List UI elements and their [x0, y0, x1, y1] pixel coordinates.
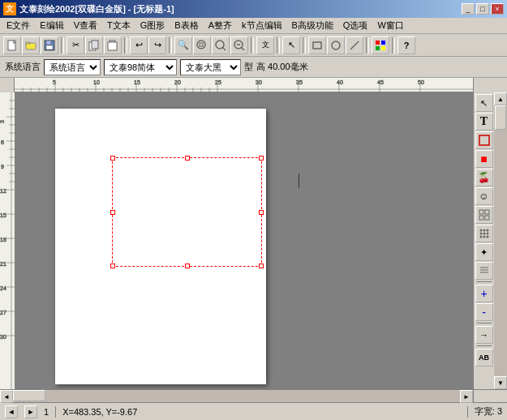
tb-open[interactable]: [22, 36, 40, 54]
tb-copy[interactable]: [85, 36, 103, 54]
svg-point-101: [479, 229, 482, 232]
svg-text:30: 30: [0, 334, 6, 340]
maximize-btn[interactable]: □: [476, 3, 489, 15]
status-bar: ◄ ► 1 X=483.35, Y=-9.67 字宽: 3: [0, 402, 507, 420]
tb-undo[interactable]: ↩: [130, 36, 148, 54]
scroll-right-btn[interactable]: ►: [460, 390, 473, 403]
menu-view[interactable]: V查看: [69, 19, 102, 32]
tb-text-input[interactable]: 文: [256, 36, 274, 54]
svg-rect-99: [479, 216, 483, 220]
toolbar-sep-7: [366, 37, 369, 54]
menu-shape[interactable]: G图形: [135, 19, 170, 32]
scroll-track-h[interactable]: [13, 390, 460, 402]
menu-edit[interactable]: E编辑: [35, 19, 68, 32]
scroll-down-btn[interactable]: ▼: [494, 376, 507, 389]
status-sep-2: [467, 406, 468, 418]
tb-help[interactable]: ?: [397, 36, 415, 54]
status-sep-1: [55, 406, 56, 418]
scroll-up-btn[interactable]: ▲: [494, 92, 507, 105]
char-width-label: 字宽: 3: [475, 405, 502, 418]
scroll-left-btn[interactable]: ◄: [0, 390, 13, 403]
rt-face[interactable]: ☺: [475, 187, 493, 205]
scroll-thumb-h[interactable]: [13, 390, 45, 401]
svg-text:10: 10: [93, 79, 100, 85]
handle-tl[interactable]: [110, 156, 115, 161]
handle-tr[interactable]: [259, 156, 264, 161]
handle-bc[interactable]: [185, 264, 190, 268]
tb-cut[interactable]: ✂: [67, 36, 84, 54]
tb-zoom-fit[interactable]: [193, 36, 211, 54]
menu-file[interactable]: E文件: [2, 19, 35, 32]
svg-rect-11: [200, 43, 203, 46]
rt-zoom-plus[interactable]: +: [475, 285, 493, 302]
tb-arrow[interactable]: ↖: [282, 36, 300, 54]
page-nav-right[interactable]: ►: [24, 405, 37, 418]
svg-point-108: [483, 236, 485, 238]
tb-color[interactable]: [372, 36, 389, 54]
menu-align[interactable]: A整齐: [204, 19, 237, 32]
handle-tc[interactable]: [185, 156, 190, 161]
toolbar-sep-2: [124, 37, 127, 54]
minimize-btn[interactable]: _: [462, 3, 475, 15]
svg-text:15: 15: [0, 212, 6, 218]
handle-bl[interactable]: [110, 264, 115, 268]
font-name-select[interactable]: 文泰98简体: [104, 59, 177, 75]
rt-grid[interactable]: [475, 206, 493, 224]
rt-wand[interactable]: ✦: [475, 243, 493, 261]
tb-zoom-in[interactable]: 🔍: [174, 36, 192, 54]
tb-redo[interactable]: ↪: [148, 36, 166, 54]
rt-cursor[interactable]: ↖: [475, 94, 493, 112]
svg-text:6: 6: [1, 139, 4, 145]
scroll-thumb-v[interactable]: [495, 105, 506, 130]
svg-point-105: [483, 233, 485, 235]
menu-table[interactable]: B表格: [170, 19, 203, 32]
rt-text[interactable]: T: [475, 113, 493, 131]
tb-paste[interactable]: [104, 36, 122, 54]
handle-br[interactable]: [259, 264, 264, 268]
page-nav-left[interactable]: ◄: [5, 405, 18, 418]
rt-zoom-minus[interactable]: -: [475, 303, 493, 321]
svg-rect-7: [92, 41, 98, 49]
menu-advanced[interactable]: B高级功能: [287, 19, 338, 32]
tb-zoom-out[interactable]: [230, 36, 248, 54]
tb-zoom-custom[interactable]: [212, 36, 230, 54]
font-style-select[interactable]: 文泰大黑: [180, 59, 241, 75]
window-title: 文泰刻绘2002[双碟白金版] - [无标题-1]: [19, 3, 174, 15]
tb-save[interactable]: [41, 36, 58, 54]
menu-window[interactable]: W窗口: [372, 19, 408, 32]
menu-text[interactable]: T文本: [102, 19, 135, 32]
scroll-track-v[interactable]: [494, 105, 507, 376]
rt-stop[interactable]: ■: [475, 150, 493, 168]
rt-ab-text[interactable]: AB: [475, 349, 493, 366]
tb-rect[interactable]: [308, 36, 326, 54]
canvas-area[interactable]: [15, 92, 473, 389]
rt-lines[interactable]: [475, 262, 493, 280]
language-select[interactable]: 系统语言: [44, 59, 101, 75]
toolbar-sep-6: [303, 37, 306, 54]
svg-text:50: 50: [418, 79, 424, 85]
svg-rect-98: [485, 210, 489, 214]
rt-dots[interactable]: [475, 225, 493, 242]
tb-circle[interactable]: [327, 36, 345, 54]
rt-arrow-right[interactable]: →: [475, 326, 493, 344]
toolbar-sep-8: [392, 37, 395, 54]
menu-options[interactable]: Q选项: [338, 19, 373, 32]
menu-node[interactable]: k节点编辑: [237, 19, 287, 32]
ruler-right-corner: [473, 78, 494, 92]
title-controls[interactable]: _ □ ×: [462, 3, 504, 15]
rt-select[interactable]: [475, 131, 493, 149]
rt-sep-2: [477, 323, 492, 324]
scrollbar-horizontal[interactable]: ◄ ►: [0, 389, 507, 402]
tb-new[interactable]: [3, 36, 21, 54]
svg-rect-96: [479, 135, 489, 145]
selection-rectangle[interactable]: [112, 157, 262, 267]
svg-point-102: [483, 229, 485, 232]
toolbar-sep-1: [61, 37, 64, 54]
font-bar: 系统语言 系统语言 文泰98简体 文泰大黑 型 高 40.00毫米: [0, 57, 507, 78]
close-btn[interactable]: ×: [491, 3, 504, 15]
scrollbar-vertical[interactable]: ▲ ▼: [494, 92, 507, 389]
handle-mr[interactable]: [259, 210, 264, 215]
handle-ml[interactable]: [110, 210, 115, 215]
tb-line[interactable]: [346, 36, 363, 54]
rt-cherry[interactable]: 🍒: [475, 169, 493, 186]
